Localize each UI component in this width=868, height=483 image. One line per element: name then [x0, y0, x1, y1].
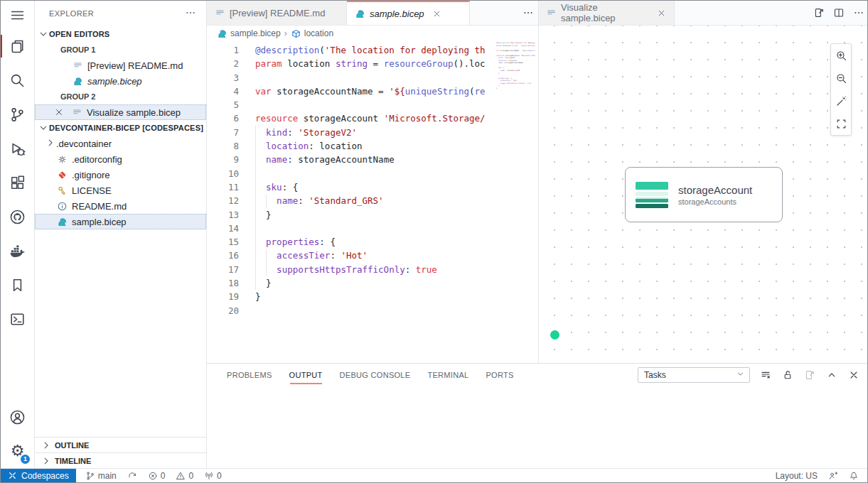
activity-settings[interactable]: ⚙1 — [1, 434, 34, 468]
sidebar-item-editorconfig[interactable]: .editorconfig — [35, 151, 206, 167]
sidebar-item-sample-bicep[interactable]: sample.bicep — [35, 73, 206, 89]
sidebar-section-devcontainer-bicep-codespaces[interactable]: DEVCONTAINER-BICEP [CODESPACES] — [35, 120, 206, 136]
sidebar-more-actions-button[interactable] — [185, 7, 198, 20]
output-channel-value: Tasks — [644, 370, 666, 380]
item-label: sample.bicep — [87, 76, 142, 87]
activity-powershell[interactable] — [1, 302, 34, 336]
sidebar-group-1: GROUP 1 — [35, 42, 206, 58]
activity-account[interactable] — [1, 400, 34, 434]
item-label: .editorconfig — [72, 154, 122, 165]
panel-tab-terminal[interactable]: TERMINAL — [427, 371, 468, 379]
status-ports[interactable]: 0 — [204, 471, 222, 481]
activity-menu[interactable] — [1, 1, 34, 29]
activity-github[interactable] — [1, 200, 34, 234]
clear-output-button[interactable] — [759, 369, 772, 381]
close-editor-button[interactable] — [53, 107, 65, 118]
tab-sample-bicep[interactable]: sample.bicep — [347, 1, 470, 25]
panel-tab-debug-console[interactable]: DEBUG CONSOLE — [340, 371, 411, 379]
output-channel-select[interactable]: Tasks — [638, 367, 750, 383]
sidebar-item-readme-md[interactable]: README.md — [35, 198, 206, 214]
open-source-file-button[interactable] — [809, 1, 829, 25]
breadcrumb-item-location[interactable]: location — [291, 28, 333, 39]
status-notifications[interactable] — [849, 471, 859, 481]
activity-source-control[interactable] — [1, 97, 34, 131]
tab-visualize-sample-bicep[interactable]: Visualize sample.bicep — [539, 1, 675, 25]
activity-docker[interactable] — [1, 234, 34, 268]
bottom-panel: PROBLEMSOUTPUTDEBUG CONSOLETERMINALPORTS… — [207, 363, 867, 468]
sidebar-item-license[interactable]: LICENSE — [35, 183, 206, 198]
symbol-box-icon — [291, 28, 301, 39]
code-line-9: name: storageAccountName — [255, 153, 495, 166]
maximize-panel-button[interactable] — [825, 369, 838, 381]
status-feedback[interactable] — [828, 471, 838, 481]
code-line-4: var storageAccountName = '${uniqueString… — [255, 85, 495, 98]
fit-to-screen-button[interactable] — [831, 112, 851, 135]
node-title: storageAccount — [678, 184, 752, 196]
group-label: GROUP 2 — [60, 92, 95, 101]
sidebar-item-visualize-sample-bicep[interactable]: Visualize sample.bicep — [35, 104, 206, 120]
status-errors[interactable]: 0 — [148, 471, 166, 481]
explorer-sidebar: EXPLORER OPEN EDITORSGROUP 1[Preview] RE… — [35, 1, 207, 468]
activity-bookmarks[interactable] — [1, 268, 34, 302]
item-label: LICENSE — [72, 185, 112, 196]
md-preview-icon — [73, 60, 83, 71]
remote-label: Codespaces — [21, 471, 69, 481]
status-warnings[interactable]: 0 — [176, 471, 193, 481]
sidebar-section-open-editors[interactable]: OPEN EDITORS — [35, 26, 206, 42]
sidebar-item-devcontainer[interactable]: .devcontainer — [35, 136, 206, 151]
auto-layout-button[interactable] — [831, 89, 851, 112]
close-panel-button[interactable] — [847, 369, 860, 381]
close-icon — [657, 9, 666, 18]
editor-more-actions-button[interactable] — [518, 1, 538, 25]
status-branch[interactable]: main — [85, 471, 117, 481]
code-lines[interactable]: @description('The location for deploying… — [255, 43, 495, 318]
close-tab-button[interactable] — [432, 8, 443, 19]
status-layout[interactable]: Layout: US — [776, 471, 818, 481]
code-line-7: kind: 'StorageV2' — [255, 126, 495, 139]
code-line-1: @description('The location for deploying… — [255, 43, 495, 57]
split-icon — [833, 7, 845, 18]
activity-run-debug[interactable] — [1, 131, 34, 165]
sync-icon — [127, 471, 137, 481]
account-icon — [9, 409, 26, 425]
zoom-in-button[interactable] — [831, 44, 851, 67]
status-sync[interactable] — [127, 471, 137, 481]
panel-tab-ports[interactable]: PORTS — [486, 371, 513, 379]
code-line-10 — [255, 167, 495, 180]
activity-search[interactable] — [1, 63, 34, 97]
panel-tab-problems[interactable]: PROBLEMS — [227, 371, 272, 379]
sidebar-item-sample-bicep[interactable]: sample.bicep — [35, 214, 206, 229]
open-output-in-editor-button[interactable] — [803, 369, 816, 381]
tab-preview-readme-md[interactable]: [Preview] README.md — [207, 1, 347, 25]
indent-guide — [255, 126, 256, 291]
toggle-auto-scrolling-button[interactable] — [781, 369, 794, 381]
breadcrumb-item-sample-bicep[interactable]: sample.bicep — [217, 28, 281, 39]
key-icon — [57, 185, 68, 196]
sidebar-item-gitignore[interactable]: .gitignore — [35, 167, 206, 183]
section-label: DEVCONTAINER-BICEP [CODESPACES] — [49, 124, 203, 132]
bicep-icon — [73, 76, 83, 87]
item-label: Visualize sample.bicep — [87, 107, 181, 118]
sidebar-section-outline[interactable]: OUTLINE — [35, 437, 206, 452]
zoom-out-button[interactable] — [831, 67, 851, 89]
split-editor-button[interactable] — [829, 1, 849, 25]
sidebar-item-preview-readme-md[interactable]: [Preview] README.md — [35, 58, 206, 73]
feedback-icon — [828, 471, 838, 481]
chevron-right-icon — [41, 440, 52, 451]
panel-tab-output[interactable]: OUTPUT — [289, 371, 323, 379]
close-tab-button[interactable] — [655, 7, 667, 18]
remote-indicator[interactable]: Codespaces — [1, 469, 76, 483]
md-preview-icon — [215, 8, 225, 18]
resource-node-storage-account[interactable]: storageAccount storageAccounts — [625, 167, 783, 222]
bicep-visualizer-canvas[interactable]: storageAccount storageAccounts — [539, 26, 868, 363]
sidebar-section-timeline[interactable]: TIMELINE — [35, 452, 206, 468]
git-icon — [57, 170, 68, 180]
activity-extensions[interactable] — [1, 165, 34, 200]
wand-icon — [835, 95, 847, 107]
minimap[interactable]: @description('The location for deploying… — [496, 42, 535, 106]
more-actions-button[interactable] — [849, 1, 868, 25]
activity-explorer[interactable] — [1, 29, 34, 63]
status-label: main — [98, 471, 117, 481]
md-preview-icon — [546, 8, 557, 18]
code-editor[interactable]: 1234567891011121314151617181920 @descrip… — [207, 41, 538, 363]
